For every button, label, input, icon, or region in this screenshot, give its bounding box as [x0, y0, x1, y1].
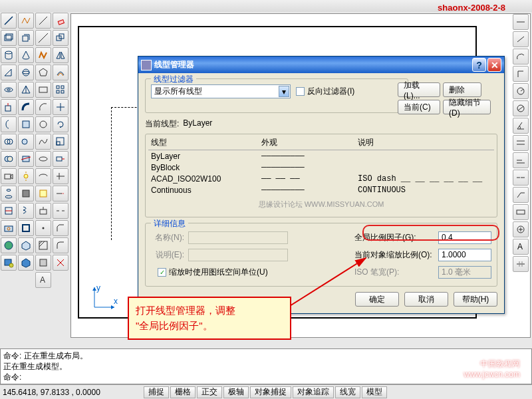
revolve-tool[interactable]	[1, 116, 17, 132]
mirror-tool[interactable]	[53, 47, 68, 63]
shade-tool[interactable]	[18, 186, 34, 201]
reverse-filter-checkbox[interactable]: 反向过滤器(I)	[296, 86, 354, 97]
close-icon[interactable]: ✕	[487, 58, 501, 72]
helix-tool[interactable]	[18, 203, 34, 219]
render-tool[interactable]	[1, 255, 17, 271]
sweep-tool[interactable]	[18, 99, 34, 115]
pline-tool[interactable]	[35, 47, 51, 63]
help-button[interactable]: 帮助(H)	[454, 292, 497, 307]
move-tool[interactable]	[53, 99, 68, 115]
col-linetype[interactable]: 线型	[148, 137, 261, 148]
paperspace-scale-checkbox[interactable]: ✓ 缩放时使用图纸空间单位(U)	[158, 267, 268, 278]
polyline-tool[interactable]	[18, 13, 34, 29]
camera-tool[interactable]	[1, 168, 17, 184]
break-tool[interactable]	[53, 203, 68, 219]
load-button[interactable]: 加载(L)...	[398, 82, 440, 97]
line-tool[interactable]	[1, 13, 17, 29]
grid-toggle[interactable]: 栅格	[170, 386, 196, 398]
block-tool[interactable]	[35, 203, 51, 219]
copy-tool[interactable]	[53, 30, 68, 46]
fillet-tool[interactable]	[53, 237, 68, 253]
array-tool[interactable]	[53, 82, 68, 98]
pyramid-tool[interactable]	[18, 82, 34, 98]
dim-arc-tool[interactable]	[513, 49, 529, 65]
extrude-tool[interactable]	[1, 99, 17, 115]
slice-tool[interactable]	[18, 151, 34, 167]
explode-tool[interactable]	[53, 255, 68, 271]
tolerance-tool[interactable]	[513, 204, 529, 220]
hatch-tool[interactable]	[35, 237, 51, 253]
ellipsearc-tool[interactable]	[35, 168, 51, 184]
dim-baseline-tool[interactable]	[513, 152, 529, 168]
otrack-toggle[interactable]: 对象追踪	[293, 386, 334, 398]
cancel-button[interactable]: 取消	[404, 292, 448, 307]
rect-tool[interactable]	[35, 82, 51, 98]
intersect-tool[interactable]	[18, 134, 34, 150]
box-tool[interactable]	[1, 30, 17, 46]
col-desc[interactable]: 说明	[358, 137, 494, 148]
subtract-tool[interactable]	[1, 151, 17, 167]
dim-linear-tool[interactable]	[513, 14, 529, 30]
point-tool[interactable]	[35, 220, 51, 236]
chamfer-tool[interactable]	[53, 220, 68, 236]
cylinder-tool[interactable]	[1, 47, 17, 63]
ortho-toggle[interactable]: 正交	[197, 386, 222, 398]
3dview-tool[interactable]	[18, 237, 34, 253]
insert-tool[interactable]	[35, 186, 51, 201]
delete-button[interactable]: 删除	[443, 82, 481, 97]
list-item[interactable]: Continuous─────────CONTINUOUS	[148, 184, 494, 196]
chevron-down-icon[interactable]: ▾	[279, 86, 289, 97]
osnap-toggle[interactable]: 对象捕捉	[250, 386, 291, 398]
erase-tool[interactable]	[53, 13, 68, 29]
dim-radius-tool[interactable]	[513, 83, 529, 99]
obj-scale-input[interactable]	[438, 249, 491, 261]
section-tool[interactable]	[1, 203, 17, 219]
list-item[interactable]: ByLayer─────────	[148, 150, 494, 162]
leader-tool[interactable]	[513, 187, 529, 203]
arc-tool[interactable]	[35, 99, 51, 115]
spline-tool[interactable]	[35, 134, 51, 150]
trim-tool[interactable]	[53, 168, 68, 184]
imprint-tool[interactable]	[1, 220, 17, 236]
text-tool[interactable]: A	[35, 272, 51, 288]
shell-tool[interactable]	[18, 220, 34, 236]
list-item[interactable]: ACAD_ISO02W100── ── ──ISO dash __ __ __ …	[148, 173, 494, 184]
dim-edit-tool[interactable]: A	[513, 239, 529, 255]
dialog-titlebar[interactable]: 线型管理器 ? ✕	[138, 57, 504, 73]
linetype-listbox[interactable]: 线型 外观 说明 ByLayer───────── ByBlock───────…	[145, 134, 497, 217]
offset-solid-tool[interactable]	[18, 116, 34, 132]
material-tool[interactable]	[1, 237, 17, 253]
sphere-tool[interactable]	[18, 65, 34, 80]
dim-ordinate-tool[interactable]	[513, 66, 529, 82]
snap-toggle[interactable]: 捕捉	[144, 386, 169, 398]
col-appearance[interactable]: 外观	[261, 137, 358, 148]
hide-details-button[interactable]: 隐藏细节(D)	[443, 100, 491, 114]
dim-quick-tool[interactable]	[513, 135, 529, 151]
torus-tool[interactable]	[1, 82, 17, 98]
dim-aligned-tool[interactable]	[513, 31, 529, 47]
light-tool[interactable]	[18, 168, 34, 184]
dim-style-tool[interactable]	[513, 256, 529, 272]
lineweight-toggle[interactable]: 线宽	[335, 386, 360, 398]
stretch-tool[interactable]	[53, 151, 68, 167]
cone-tool[interactable]	[18, 47, 34, 63]
wedge-tool[interactable]	[1, 65, 17, 80]
dim-diameter-tool[interactable]	[513, 100, 529, 116]
circle-tool[interactable]	[35, 116, 51, 132]
ellipse-tool[interactable]	[35, 151, 51, 167]
union-tool[interactable]	[1, 134, 17, 150]
help-icon[interactable]: ?	[472, 58, 486, 72]
wireframe-tool[interactable]	[18, 30, 34, 46]
current-button[interactable]: 当前(C)	[398, 100, 440, 114]
3dview2-tool[interactable]	[18, 255, 34, 271]
polygon-tool[interactable]	[35, 65, 51, 80]
dim-continue-tool[interactable]	[513, 170, 529, 186]
command-line[interactable]: 命令: 正在重生成布局。 正在重生成模型。 命令:	[0, 348, 532, 384]
dim-angular-tool[interactable]	[513, 118, 529, 134]
model-toggle[interactable]: 模型	[362, 386, 387, 398]
region-tool[interactable]	[35, 255, 51, 271]
dim-center-tool[interactable]	[513, 221, 529, 237]
extend-tool[interactable]	[53, 186, 68, 201]
list-item[interactable]: ByBlock─────────	[148, 162, 494, 173]
filter-combobox[interactable]: 显示所有线型 ▾	[151, 84, 291, 98]
